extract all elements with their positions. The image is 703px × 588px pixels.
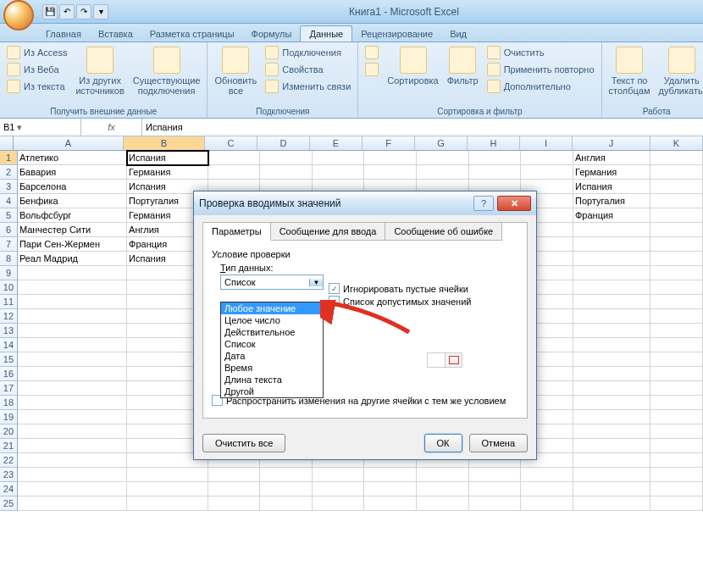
tab-error-message[interactable]: Сообщение об ошибке xyxy=(385,223,502,241)
cell[interactable]: Германия xyxy=(573,165,650,180)
cell[interactable] xyxy=(650,338,703,352)
cell[interactable] xyxy=(650,468,703,482)
dropdown-item[interactable]: Целое число xyxy=(221,314,323,326)
cell[interactable] xyxy=(650,151,703,165)
column-header[interactable]: G xyxy=(415,136,468,150)
column-header[interactable]: F xyxy=(363,136,415,150)
cell[interactable] xyxy=(18,496,127,511)
undo-icon[interactable]: ↶ xyxy=(59,4,75,19)
formula-input[interactable]: Испания xyxy=(142,119,703,136)
cell[interactable] xyxy=(521,496,573,511)
column-header[interactable]: I xyxy=(520,136,573,150)
row-header[interactable]: 2 xyxy=(0,165,18,180)
column-header[interactable]: C xyxy=(205,136,257,150)
tab-insert[interactable]: Вставка xyxy=(90,26,141,42)
cell[interactable] xyxy=(313,482,365,496)
remove-duplicates-button[interactable]: Удалить дубликаты xyxy=(657,45,703,97)
qat-more-icon[interactable]: ▾ xyxy=(93,4,108,19)
cell[interactable] xyxy=(18,424,127,439)
row-header[interactable]: 21 xyxy=(0,439,18,453)
row-header[interactable]: 10 xyxy=(0,280,18,295)
cell[interactable] xyxy=(573,295,650,309)
cell[interactable]: Пари Сен-Жермен xyxy=(18,237,127,252)
cell[interactable] xyxy=(18,266,127,280)
cell[interactable] xyxy=(417,468,469,482)
chevron-down-icon[interactable]: ▾ xyxy=(14,122,25,133)
cell[interactable] xyxy=(573,252,650,266)
row-header[interactable]: 5 xyxy=(0,208,18,223)
dialog-help-button[interactable]: ? xyxy=(473,196,494,211)
cell[interactable]: Бавария xyxy=(18,165,127,180)
advanced-filter-button[interactable]: Дополнительно xyxy=(485,79,596,94)
column-header[interactable]: D xyxy=(257,136,310,150)
from-access-button[interactable]: Из Access xyxy=(5,45,69,60)
cell[interactable]: Португалия xyxy=(573,194,650,208)
cell[interactable] xyxy=(573,352,650,367)
cell[interactable]: Атлетико xyxy=(18,151,127,165)
cell[interactable] xyxy=(18,468,127,482)
row-header[interactable]: 6 xyxy=(0,223,18,237)
from-web-button[interactable]: Из Веба xyxy=(5,62,69,77)
from-other-button[interactable]: Из других источников xyxy=(74,45,125,97)
ok-button[interactable]: ОК xyxy=(424,434,462,452)
cell[interactable] xyxy=(650,237,703,252)
cell[interactable] xyxy=(260,151,313,165)
cell[interactable] xyxy=(521,165,573,180)
cell[interactable] xyxy=(521,151,573,165)
cell[interactable] xyxy=(208,496,261,511)
column-header[interactable]: H xyxy=(468,136,520,150)
cell[interactable] xyxy=(573,280,650,295)
dropdown-item[interactable]: Время xyxy=(221,362,323,374)
cell[interactable] xyxy=(313,496,365,511)
cell[interactable] xyxy=(650,453,703,468)
fx-icon[interactable]: fx xyxy=(108,122,115,132)
cell[interactable] xyxy=(521,468,573,482)
dropdown-item[interactable]: Длина текста xyxy=(221,374,323,386)
name-box[interactable]: B1▾ xyxy=(0,119,81,136)
row-header[interactable]: 23 xyxy=(0,468,18,482)
cell[interactable] xyxy=(573,338,650,352)
cell[interactable] xyxy=(469,468,522,482)
cell[interactable]: Франция xyxy=(573,208,650,223)
row-header[interactable]: 8 xyxy=(0,252,18,266)
cell[interactable] xyxy=(650,280,703,295)
from-text-button[interactable]: Из текста xyxy=(5,79,69,94)
cell[interactable] xyxy=(18,482,127,496)
dialog-titlebar[interactable]: Проверка вводимых значений ? ✕ xyxy=(194,191,536,215)
cell[interactable] xyxy=(18,338,127,352)
cell[interactable] xyxy=(417,165,469,180)
row-header[interactable]: 18 xyxy=(0,396,18,410)
cell[interactable] xyxy=(650,223,703,237)
cell[interactable] xyxy=(573,439,650,453)
source-input[interactable] xyxy=(427,352,462,368)
cell[interactable] xyxy=(18,309,127,324)
row-header[interactable]: 1 xyxy=(0,151,18,165)
select-all-corner[interactable] xyxy=(0,136,14,150)
cell[interactable] xyxy=(18,295,127,309)
cell[interactable] xyxy=(573,424,650,439)
cell[interactable] xyxy=(650,352,703,367)
properties-button[interactable]: Свойства xyxy=(263,62,352,77)
incell-dropdown-checkbox[interactable]: ✓Список допустимых значений xyxy=(329,296,471,307)
cell[interactable] xyxy=(127,496,208,511)
tab-review[interactable]: Рецензирование xyxy=(352,26,441,42)
cell[interactable] xyxy=(650,295,703,309)
tab-parameters[interactable]: Параметры xyxy=(203,223,271,241)
range-picker-button[interactable] xyxy=(445,353,462,367)
column-header[interactable]: K xyxy=(650,136,703,150)
row-header[interactable]: 17 xyxy=(0,381,18,396)
tab-layout[interactable]: Разметка страницы xyxy=(141,26,243,42)
row-header[interactable]: 24 xyxy=(0,482,18,496)
cell[interactable] xyxy=(260,165,313,180)
tab-input-message[interactable]: Сообщение для ввода xyxy=(271,223,386,241)
connections-button[interactable]: Подключения xyxy=(263,45,352,60)
row-header[interactable]: 13 xyxy=(0,324,18,338)
cell[interactable] xyxy=(18,352,127,367)
cell[interactable] xyxy=(313,468,365,482)
cell[interactable] xyxy=(650,439,703,453)
cell[interactable] xyxy=(313,165,365,180)
dropdown-item[interactable]: Список xyxy=(221,338,323,350)
sort-desc-button[interactable] xyxy=(363,62,380,77)
dropdown-item[interactable]: Дата xyxy=(221,350,323,362)
existing-conn-button[interactable]: Существующие подключения xyxy=(131,45,202,97)
